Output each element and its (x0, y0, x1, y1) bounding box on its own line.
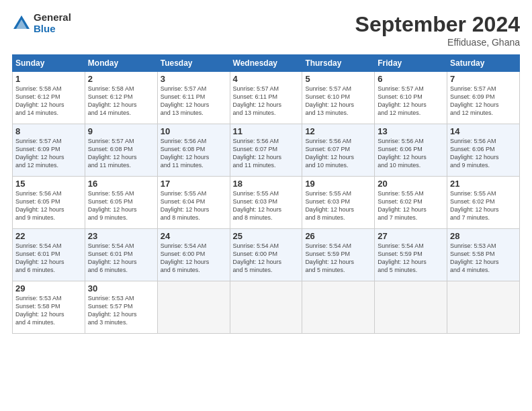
day-cell: 17Sunrise: 5:55 AM Sunset: 6:04 PM Dayli… (157, 177, 230, 229)
month-title: September 2024 (355, 12, 520, 37)
day-cell: 19Sunrise: 5:55 AM Sunset: 6:03 PM Dayli… (302, 177, 375, 229)
day-info: Sunrise: 5:55 AM Sunset: 6:02 PM Dayligh… (378, 189, 444, 222)
day-number: 9 (88, 126, 154, 136)
day-info: Sunrise: 5:58 AM Sunset: 6:12 PM Dayligh… (15, 85, 82, 118)
day-info: Sunrise: 5:54 AM Sunset: 6:01 PM Dayligh… (15, 242, 82, 275)
day-info: Sunrise: 5:57 AM Sunset: 6:10 PM Dayligh… (305, 85, 371, 118)
day-info: Sunrise: 5:53 AM Sunset: 5:57 PM Dayligh… (88, 294, 154, 327)
day-number: 1 (15, 74, 82, 84)
day-number: 20 (378, 179, 444, 189)
day-number: 14 (450, 126, 517, 136)
day-number: 6 (378, 74, 444, 84)
day-cell: 4Sunrise: 5:57 AM Sunset: 6:11 PM Daylig… (230, 72, 302, 124)
day-info: Sunrise: 5:56 AM Sunset: 6:07 PM Dayligh… (305, 137, 371, 170)
day-cell: 12Sunrise: 5:56 AM Sunset: 6:07 PM Dayli… (302, 124, 375, 177)
day-number: 11 (233, 126, 300, 136)
day-info: Sunrise: 5:57 AM Sunset: 6:09 PM Dayligh… (15, 137, 82, 170)
day-cell: 29Sunrise: 5:53 AM Sunset: 5:58 PM Dayli… (13, 281, 85, 334)
day-cell: 15Sunrise: 5:56 AM Sunset: 6:05 PM Dayli… (13, 177, 85, 229)
day-info: Sunrise: 5:56 AM Sunset: 6:06 PM Dayligh… (378, 137, 444, 170)
day-cell: 3Sunrise: 5:57 AM Sunset: 6:11 PM Daylig… (157, 72, 230, 124)
day-cell: 18Sunrise: 5:55 AM Sunset: 6:03 PM Dayli… (230, 177, 302, 229)
day-info: Sunrise: 5:54 AM Sunset: 6:00 PM Dayligh… (233, 242, 300, 275)
day-number: 23 (88, 231, 154, 241)
day-number: 18 (233, 179, 300, 189)
day-info: Sunrise: 5:57 AM Sunset: 6:11 PM Dayligh… (233, 85, 300, 118)
week-row-5: 29Sunrise: 5:53 AM Sunset: 5:58 PM Dayli… (13, 281, 520, 334)
week-row-2: 8Sunrise: 5:57 AM Sunset: 6:09 PM Daylig… (13, 124, 520, 177)
column-header-thursday: Thursday (302, 55, 375, 72)
week-row-3: 15Sunrise: 5:56 AM Sunset: 6:05 PM Dayli… (13, 177, 520, 229)
day-cell: 26Sunrise: 5:54 AM Sunset: 5:59 PM Dayli… (302, 229, 375, 281)
day-info: Sunrise: 5:55 AM Sunset: 6:02 PM Dayligh… (450, 189, 517, 222)
day-info: Sunrise: 5:54 AM Sunset: 6:01 PM Dayligh… (88, 242, 154, 275)
day-info: Sunrise: 5:55 AM Sunset: 6:03 PM Dayligh… (305, 189, 371, 222)
day-number: 30 (88, 283, 154, 293)
calendar-body: 1Sunrise: 5:58 AM Sunset: 6:12 PM Daylig… (13, 72, 520, 334)
day-cell: 30Sunrise: 5:53 AM Sunset: 5:57 PM Dayli… (85, 281, 157, 334)
day-cell: 23Sunrise: 5:54 AM Sunset: 6:01 PM Dayli… (85, 229, 157, 281)
day-info: Sunrise: 5:55 AM Sunset: 6:05 PM Dayligh… (88, 189, 154, 222)
column-header-saturday: Saturday (447, 55, 520, 72)
column-header-sunday: Sunday (13, 55, 85, 72)
week-row-4: 22Sunrise: 5:54 AM Sunset: 6:01 PM Dayli… (13, 229, 520, 281)
day-info: Sunrise: 5:55 AM Sunset: 6:03 PM Dayligh… (233, 189, 300, 222)
day-cell: 24Sunrise: 5:54 AM Sunset: 6:00 PM Dayli… (157, 229, 230, 281)
day-info: Sunrise: 5:54 AM Sunset: 5:59 PM Dayligh… (305, 242, 371, 275)
location: Effiduase, Ghana (355, 37, 520, 48)
day-number: 17 (161, 179, 227, 189)
day-info: Sunrise: 5:57 AM Sunset: 6:10 PM Dayligh… (378, 85, 444, 118)
day-number: 25 (233, 231, 300, 241)
day-info: Sunrise: 5:57 AM Sunset: 6:08 PM Dayligh… (88, 137, 154, 170)
logo-general: General (34, 12, 71, 24)
logo-blue-text: Blue (34, 24, 71, 35)
day-number: 26 (305, 231, 371, 241)
day-number: 27 (378, 231, 444, 241)
day-cell: 1Sunrise: 5:58 AM Sunset: 6:12 PM Daylig… (13, 72, 85, 124)
day-number: 15 (15, 179, 82, 189)
day-cell (230, 281, 302, 334)
day-info: Sunrise: 5:54 AM Sunset: 5:59 PM Dayligh… (378, 242, 444, 275)
column-header-friday: Friday (375, 55, 447, 72)
day-cell: 20Sunrise: 5:55 AM Sunset: 6:02 PM Dayli… (375, 177, 447, 229)
calendar-table: SundayMondayTuesdayWednesdayThursdayFrid… (12, 54, 520, 334)
day-info: Sunrise: 5:56 AM Sunset: 6:06 PM Dayligh… (450, 137, 517, 170)
day-info: Sunrise: 5:56 AM Sunset: 6:05 PM Dayligh… (15, 189, 82, 222)
day-number: 24 (161, 231, 227, 241)
day-cell (447, 281, 520, 334)
day-number: 2 (88, 74, 154, 84)
column-header-monday: Monday (85, 55, 157, 72)
day-cell: 9Sunrise: 5:57 AM Sunset: 6:08 PM Daylig… (85, 124, 157, 177)
day-cell: 25Sunrise: 5:54 AM Sunset: 6:00 PM Dayli… (230, 229, 302, 281)
column-header-tuesday: Tuesday (157, 55, 230, 72)
day-cell: 11Sunrise: 5:56 AM Sunset: 6:07 PM Dayli… (230, 124, 302, 177)
day-number: 4 (233, 74, 300, 84)
day-cell (157, 281, 230, 334)
day-info: Sunrise: 5:58 AM Sunset: 6:12 PM Dayligh… (88, 85, 154, 118)
day-info: Sunrise: 5:54 AM Sunset: 6:00 PM Dayligh… (161, 242, 227, 275)
day-info: Sunrise: 5:53 AM Sunset: 5:58 PM Dayligh… (15, 294, 82, 327)
calendar-page: General Blue September 2024 Effiduase, G… (0, 0, 532, 411)
column-header-wednesday: Wednesday (230, 55, 302, 72)
day-number: 28 (450, 231, 517, 241)
day-info: Sunrise: 5:56 AM Sunset: 6:08 PM Dayligh… (161, 137, 227, 170)
day-cell: 7Sunrise: 5:57 AM Sunset: 6:09 PM Daylig… (447, 72, 520, 124)
day-cell: 2Sunrise: 5:58 AM Sunset: 6:12 PM Daylig… (85, 72, 157, 124)
day-cell: 22Sunrise: 5:54 AM Sunset: 6:01 PM Dayli… (13, 229, 85, 281)
day-cell: 27Sunrise: 5:54 AM Sunset: 5:59 PM Dayli… (375, 229, 447, 281)
day-number: 7 (450, 74, 517, 84)
logo: General Blue (12, 12, 71, 34)
day-info: Sunrise: 5:56 AM Sunset: 6:07 PM Dayligh… (233, 137, 300, 170)
day-number: 13 (378, 126, 444, 136)
logo-icon (12, 14, 31, 33)
column-headers: SundayMondayTuesdayWednesdayThursdayFrid… (13, 55, 520, 72)
day-info: Sunrise: 5:55 AM Sunset: 6:04 PM Dayligh… (161, 189, 227, 222)
day-info: Sunrise: 5:53 AM Sunset: 5:58 PM Dayligh… (450, 242, 517, 275)
day-cell: 13Sunrise: 5:56 AM Sunset: 6:06 PM Dayli… (375, 124, 447, 177)
day-number: 3 (161, 74, 227, 84)
day-cell: 6Sunrise: 5:57 AM Sunset: 6:10 PM Daylig… (375, 72, 447, 124)
day-cell (302, 281, 375, 334)
day-number: 10 (161, 126, 227, 136)
day-cell: 21Sunrise: 5:55 AM Sunset: 6:02 PM Dayli… (447, 177, 520, 229)
day-cell: 8Sunrise: 5:57 AM Sunset: 6:09 PM Daylig… (13, 124, 85, 177)
